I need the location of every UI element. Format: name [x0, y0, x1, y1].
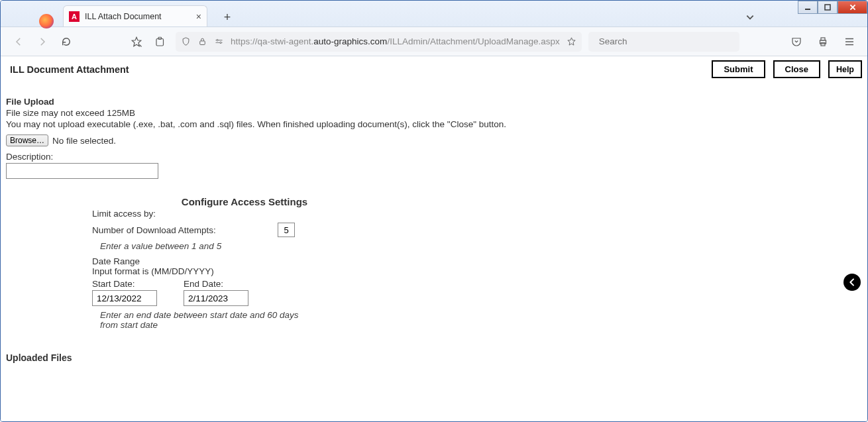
new-tab-button[interactable]: + [218, 8, 237, 26]
lock-icon [197, 36, 207, 46]
downloads-hint: Enter a value between 1 and 5 [100, 241, 397, 251]
angular-favicon [69, 11, 80, 22]
svg-rect-4 [200, 41, 205, 45]
window-close-button[interactable] [838, 1, 867, 14]
file-type-hint: You may not upload executable (.exe, .ba… [6, 119, 862, 129]
shield-icon [181, 36, 191, 46]
downloads-input[interactable] [278, 223, 295, 237]
app-menu-icon[interactable] [841, 33, 858, 50]
end-date-label: End Date: [184, 279, 248, 289]
tab-title: ILL Attach Document [85, 12, 162, 21]
close-button[interactable]: Close [773, 60, 820, 78]
reload-button[interactable] [58, 33, 75, 50]
browser-tab[interactable]: ILL Attach Document × [63, 5, 207, 26]
uploaded-files-heading: Uploaded Files [6, 352, 862, 363]
pocket-icon[interactable] [788, 33, 805, 50]
svg-rect-9 [821, 38, 825, 40]
toolbar: https://qa-stwi-agent.auto-graphics.com/… [1, 27, 867, 56]
page-content: ILL Document Attachment Submit Close Hel… [1, 56, 867, 421]
svg-rect-0 [805, 9, 810, 10]
url-text: https://qa-stwi-agent.auto-graphics.com/… [231, 36, 560, 46]
permissions-icon [214, 36, 224, 46]
svg-rect-3 [158, 37, 162, 39]
submit-button[interactable]: Submit [712, 60, 765, 78]
svg-rect-2 [156, 38, 164, 46]
svg-point-6 [220, 42, 222, 44]
bookmark-page-icon[interactable] [567, 36, 576, 46]
window-minimize-button[interactable] [798, 1, 818, 14]
forward-button[interactable] [34, 33, 51, 50]
svg-rect-10 [821, 42, 825, 46]
extensions-icon[interactable] [152, 33, 169, 50]
limit-label: Limit access by: [92, 209, 397, 219]
page-title: ILL Document Attachment [10, 64, 129, 75]
date-hint: Enter an end date between start date and… [100, 310, 299, 330]
svg-rect-1 [825, 5, 830, 10]
start-date-input[interactable] [92, 290, 157, 306]
file-size-hint: File size may not exceed 125MB [6, 108, 862, 118]
tab-close-icon[interactable]: × [196, 11, 201, 22]
tabstrip: ILL Attach Document × + [1, 1, 867, 27]
search-input[interactable] [599, 36, 734, 46]
file-upload-heading: File Upload [6, 97, 862, 107]
config-heading: Configure Access Settings [92, 196, 397, 207]
back-button[interactable] [10, 33, 27, 50]
no-file-label: No file selected. [52, 136, 116, 146]
firefox-icon [39, 14, 54, 28]
start-date-label: Start Date: [92, 279, 157, 289]
print-icon[interactable] [814, 33, 832, 50]
search-bar[interactable] [588, 32, 739, 52]
window-controls [798, 1, 867, 14]
svg-point-5 [217, 39, 219, 41]
help-button[interactable]: Help [828, 60, 862, 78]
input-format-label: Input format is (MM/DD/YYYY) [92, 266, 397, 276]
date-range-label: Date Range [92, 256, 397, 266]
bookmark-star-icon[interactable] [128, 33, 145, 50]
window-maximize-button[interactable] [818, 1, 838, 14]
description-input[interactable] [6, 163, 158, 179]
side-panel-toggle[interactable] [843, 274, 861, 291]
browse-button[interactable]: Browse… [6, 134, 48, 146]
url-bar[interactable]: https://qa-stwi-agent.auto-graphics.com/… [176, 32, 582, 52]
description-label: Description: [6, 152, 862, 162]
downloads-label: Number of Download Attempts: [92, 225, 278, 235]
tabs-overflow-icon[interactable] [745, 13, 755, 24]
end-date-input[interactable] [184, 290, 248, 306]
